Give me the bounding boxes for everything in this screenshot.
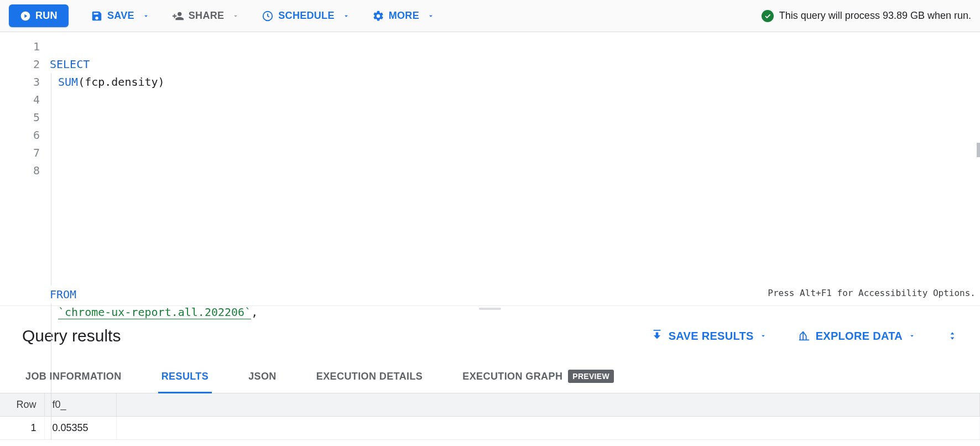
tab-execution-graph[interactable]: EXECUTION GRAPH PREVIEW xyxy=(459,361,617,393)
tab-label: JSON xyxy=(248,371,277,382)
table-ref: `chrome-ux-report.all.202206` xyxy=(58,305,251,319)
a11y-hint: Press Alt+F1 for Accessibility Options. xyxy=(768,284,976,302)
tab-job-information[interactable]: JOB INFORMATION xyxy=(22,361,125,393)
tab-label: EXECUTION GRAPH xyxy=(462,371,562,382)
save-icon xyxy=(91,10,103,22)
play-icon xyxy=(20,11,31,22)
line-number: 6 xyxy=(0,126,40,144)
tab-json[interactable]: JSON xyxy=(245,361,280,393)
line-number: 2 xyxy=(0,55,40,73)
query-status-text: This query will process 93.89 GB when ru… xyxy=(779,10,971,22)
line-number: 8 xyxy=(0,162,40,179)
fn-sum: SUM xyxy=(58,75,78,89)
share-label: SHARE xyxy=(189,10,225,22)
line-gutter: 1 2 3 4 5 6 7 8 xyxy=(0,32,50,305)
more-dropdown[interactable]: MORE xyxy=(372,10,435,22)
schedule-label: SCHEDULE xyxy=(278,10,334,22)
code-area[interactable]: SELECT SUM(fcp.density) FROM `chrome-ux-… xyxy=(50,32,980,305)
download-icon xyxy=(651,330,663,342)
expand-collapse-toggle[interactable] xyxy=(947,329,958,343)
chevron-down-icon xyxy=(427,12,435,20)
line-number: 7 xyxy=(0,144,40,162)
line-number: 4 xyxy=(0,91,40,108)
kw-select: SELECT xyxy=(50,58,90,71)
preview-badge: PREVIEW xyxy=(568,370,614,383)
gear-icon xyxy=(372,10,384,22)
chevron-down-icon xyxy=(908,332,916,340)
code-text: (fcp.density) xyxy=(78,75,165,89)
save-results-dropdown[interactable]: SAVE RESULTS xyxy=(651,330,767,343)
share-dropdown[interactable]: SHARE xyxy=(172,10,240,22)
tab-execution-details[interactable]: EXECUTION DETAILS xyxy=(313,361,426,393)
kw-from: FROM xyxy=(50,288,76,301)
line-number: 1 xyxy=(0,38,40,55)
save-dropdown[interactable]: SAVE xyxy=(91,10,150,22)
line-number: 3 xyxy=(0,73,40,91)
chevron-down-icon xyxy=(342,12,350,20)
tab-label: RESULTS xyxy=(161,371,208,382)
explore-data-dropdown[interactable]: EXPLORE DATA xyxy=(798,330,916,343)
tab-results[interactable]: RESULTS xyxy=(158,361,212,393)
check-circle-icon xyxy=(762,10,774,22)
line-number: 5 xyxy=(0,108,40,126)
chart-icon xyxy=(798,330,810,342)
explore-data-label: EXPLORE DATA xyxy=(816,330,903,343)
run-button-label: RUN xyxy=(35,10,58,22)
tab-label: JOB INFORMATION xyxy=(25,371,122,382)
more-label: MORE xyxy=(389,10,419,22)
person-add-icon xyxy=(172,10,184,22)
query-toolbar: RUN SAVE SHARE SCHEDULE MORE xyxy=(0,0,980,32)
chevron-down-icon xyxy=(759,332,767,340)
chevron-down-icon xyxy=(232,12,239,20)
save-results-label: SAVE RESULTS xyxy=(669,330,754,343)
tab-label: EXECUTION DETAILS xyxy=(316,371,423,382)
clock-icon xyxy=(262,10,274,22)
cell-row-index: 1 xyxy=(0,417,44,440)
chevron-down-icon xyxy=(142,12,150,20)
schedule-dropdown[interactable]: SCHEDULE xyxy=(262,10,350,22)
code-text: , xyxy=(251,305,258,319)
run-button[interactable]: RUN xyxy=(9,4,69,27)
col-row[interactable]: Row xyxy=(0,393,44,417)
query-status: This query will process 93.89 GB when ru… xyxy=(762,10,971,22)
save-label: SAVE xyxy=(107,10,134,22)
overview-ruler-mark xyxy=(977,143,980,157)
sql-editor[interactable]: 1 2 3 4 5 6 7 8 SELECT SUM(fcp.density) … xyxy=(0,32,980,305)
grip-icon xyxy=(479,308,501,310)
